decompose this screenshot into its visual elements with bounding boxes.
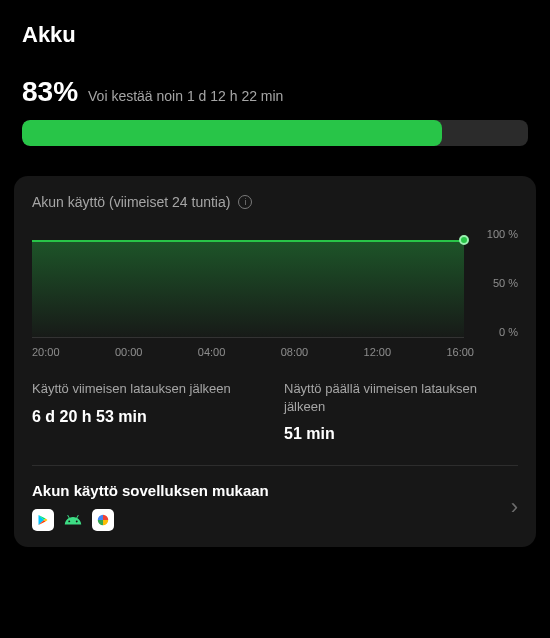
stat-usage-since-charge: Käyttö viimeisen latauksen jälkeen 6 d 2… [32, 380, 266, 443]
battery-percent: 83% [22, 76, 78, 108]
page-title: Akku [0, 0, 550, 76]
battery-estimate: Voi kestää noin 1 d 12 h 22 min [88, 88, 283, 104]
stat-value: 51 min [284, 425, 518, 443]
x-tick: 00:00 [115, 346, 143, 358]
battery-percent-row: 83% Voi kestää noin 1 d 12 h 22 min [22, 76, 528, 108]
stat-label: Käyttö viimeisen latauksen jälkeen [32, 380, 266, 398]
stats-row: Käyttö viimeisen latauksen jälkeen 6 d 2… [32, 380, 518, 443]
usage-card-header: Akun käyttö (viimeiset 24 tuntia) i [32, 194, 518, 210]
usage-card-title: Akun käyttö (viimeiset 24 tuntia) [32, 194, 230, 210]
stat-label: Näyttö päällä viimeisen latauksen jälkee… [284, 380, 518, 415]
x-tick: 08:00 [281, 346, 309, 358]
app-usage-row[interactable]: Akun käyttö sovelluksen mukaan › [32, 482, 518, 531]
chart-current-marker [459, 235, 469, 245]
stat-screen-on-since-charge: Näyttö päällä viimeisen latauksen jälkee… [284, 380, 518, 443]
app-icon-row [32, 509, 269, 531]
app-usage-title: Akun käyttö sovelluksen mukaan [32, 482, 269, 499]
x-tick: 16:00 [446, 346, 474, 358]
battery-chart: 100 % 50 % 0 % [32, 228, 518, 338]
battery-progress-fill [22, 120, 442, 146]
chart-x-axis: 20:00 00:00 04:00 08:00 12:00 16:00 [32, 346, 518, 358]
y-tick: 0 % [476, 326, 518, 338]
divider [32, 465, 518, 466]
chart-area-fill [32, 240, 464, 337]
play-store-icon [32, 509, 54, 531]
battery-progress-bar [22, 120, 528, 146]
x-tick: 20:00 [32, 346, 60, 358]
y-tick: 100 % [476, 228, 518, 240]
chart-plot-area [32, 228, 464, 338]
photos-icon [92, 509, 114, 531]
chart-y-axis: 100 % 50 % 0 % [474, 228, 518, 338]
battery-summary: 83% Voi kestää noin 1 d 12 h 22 min [0, 76, 550, 160]
y-tick: 50 % [476, 277, 518, 289]
info-icon[interactable]: i [238, 195, 252, 209]
x-tick: 12:00 [364, 346, 392, 358]
chevron-right-icon: › [511, 494, 518, 520]
app-usage-left: Akun käyttö sovelluksen mukaan [32, 482, 269, 531]
x-tick: 04:00 [198, 346, 226, 358]
usage-card: Akun käyttö (viimeiset 24 tuntia) i 100 … [14, 176, 536, 547]
android-icon [62, 509, 84, 531]
stat-value: 6 d 20 h 53 min [32, 408, 266, 426]
